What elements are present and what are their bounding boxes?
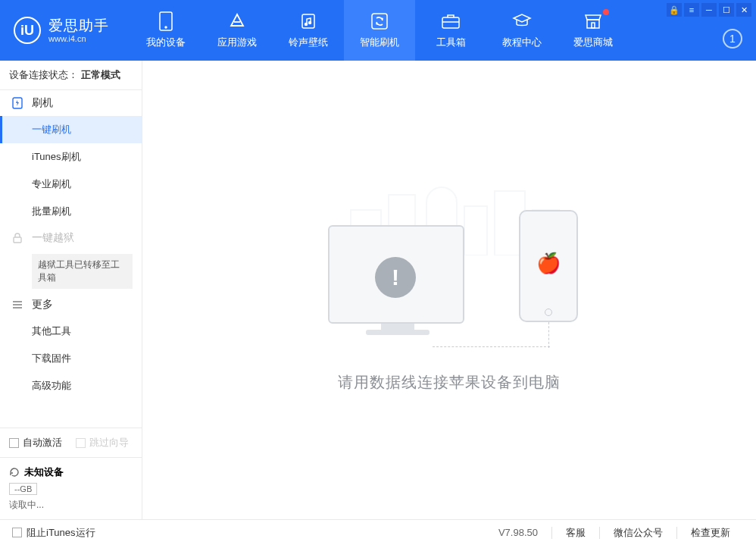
apps-icon [227, 11, 247, 31]
sidebar-header-flash[interactable]: 刷机 [0, 90, 142, 116]
device-info: 未知设备 --GB 读取中... [0, 457, 142, 519]
toolbox-icon [441, 11, 461, 31]
device-reading-status: 读取中... [9, 499, 133, 512]
nav-toolbox[interactable]: 工具箱 [415, 0, 486, 61]
more-icon [11, 299, 24, 310]
lock-icon: 🔒 [669, 5, 679, 15]
nav-tutorials[interactable]: 教程中心 [486, 0, 558, 61]
sidebar-item-other-tools[interactable]: 其他工具 [0, 318, 142, 345]
tutorial-icon [512, 11, 532, 31]
svg-rect-12 [14, 237, 21, 243]
phone-icon [156, 11, 176, 31]
store-icon [583, 11, 603, 31]
svg-point-5 [309, 22, 311, 24]
sidebar-header-more[interactable]: 更多 [0, 292, 142, 318]
sidebar: 设备连接状态：正常模式 刷机 一键刷机 iTunes刷机 专业刷机 批量刷机 一… [0, 61, 142, 519]
apple-logo-icon: 🍎 [536, 252, 561, 275]
cable-icon [433, 346, 550, 347]
checkbox-icon [76, 438, 86, 448]
footer-wechat[interactable]: 微信公众号 [600, 526, 676, 540]
svg-rect-9 [587, 20, 599, 28]
footer-update[interactable]: 检查更新 [677, 526, 744, 540]
device-name: 未知设备 [24, 465, 64, 479]
jailbreak-note: 越狱工具已转移至工具箱 [32, 254, 133, 289]
footer: 阻止iTunes运行 V7.98.50 客服 微信公众号 检查更新 [0, 519, 756, 545]
checkbox-icon [12, 528, 22, 537]
lock-icon [11, 233, 24, 243]
svg-point-1 [165, 27, 167, 28]
nav-ringtones[interactable]: 铃声壁纸 [273, 0, 344, 61]
sidebar-item-download-firmware[interactable]: 下载固件 [0, 345, 142, 372]
menu-icon: ≡ [689, 5, 694, 14]
svg-rect-6 [372, 14, 387, 29]
sidebar-item-itunes-flash[interactable]: iTunes刷机 [0, 143, 142, 171]
refresh-icon [370, 11, 389, 31]
nav-my-device[interactable]: 我的设备 [130, 0, 201, 61]
checkbox-icon [9, 438, 19, 448]
refresh-device-icon[interactable] [9, 467, 20, 478]
checkbox-auto-activate[interactable]: 自动激活 [9, 436, 62, 449]
sidebar-item-advanced[interactable]: 高级功能 [0, 372, 142, 399]
svg-rect-18 [464, 206, 487, 255]
notification-badge[interactable]: 1 [723, 29, 742, 49]
app-url: www.i4.cn [48, 34, 109, 44]
sidebar-item-batch-flash[interactable]: 批量刷机 [0, 198, 142, 225]
nav-smart-flash[interactable]: 智能刷机 [344, 0, 415, 61]
minimize-button[interactable]: ─ [701, 3, 717, 17]
checkbox-block-itunes[interactable]: 阻止iTunes运行 [12, 526, 95, 540]
close-icon: ✕ [741, 5, 748, 15]
sidebar-header-jailbreak: 一键越狱 [0, 225, 142, 251]
connection-illustration: ! 🍎 [320, 187, 578, 354]
svg-rect-3 [302, 14, 314, 28]
minimize-icon: ─ [706, 5, 712, 14]
maximize-icon: ☐ [723, 5, 730, 15]
logo-area[interactable]: iU 爱思助手 www.i4.cn [0, 17, 123, 44]
sidebar-options: 自动激活 跳过向导 [0, 428, 142, 457]
main-content: ! 🍎 请用数据线连接苹果设备到电脑 [142, 61, 756, 519]
close-button[interactable]: ✕ [736, 3, 751, 17]
nav-apps-games[interactable]: 应用游戏 [201, 0, 273, 61]
phone-illustration-icon: 🍎 [519, 210, 578, 322]
sidebar-item-pro-flash[interactable]: 专业刷机 [0, 171, 142, 198]
menu-button[interactable]: ≡ [684, 3, 699, 17]
svg-rect-10 [592, 23, 595, 28]
checkbox-skip-guide: 跳过向导 [76, 436, 129, 449]
version-label: V7.98.50 [498, 527, 551, 538]
notification-dot-icon [603, 9, 609, 15]
main-nav: 我的设备 应用游戏 铃声壁纸 智能刷机 工具箱 教程中心 爱思商城 [130, 0, 629, 61]
connection-status: 设备连接状态：正常模式 [0, 61, 142, 90]
svg-point-4 [305, 23, 308, 26]
warning-icon: ! [375, 257, 416, 298]
app-header: iU 爱思助手 www.i4.cn 我的设备 应用游戏 铃声壁纸 智能刷机 工具… [0, 0, 756, 61]
app-title: 爱思助手 [48, 17, 109, 34]
lock-button[interactable]: 🔒 [667, 3, 682, 17]
flash-icon [11, 97, 24, 109]
logo-icon: iU [14, 17, 41, 44]
maximize-button[interactable]: ☐ [719, 3, 734, 17]
svg-rect-7 [442, 17, 459, 28]
ringtone-icon [298, 11, 318, 31]
device-storage: --GB [9, 483, 37, 495]
window-controls: 🔒 ≡ ─ ☐ ✕ [667, 3, 751, 17]
sidebar-item-oneclick-flash[interactable]: 一键刷机 [0, 116, 142, 143]
nav-store[interactable]: 爱思商城 [558, 0, 629, 61]
connection-prompt: 请用数据线连接苹果设备到电脑 [338, 372, 561, 393]
footer-support[interactable]: 客服 [552, 526, 599, 540]
